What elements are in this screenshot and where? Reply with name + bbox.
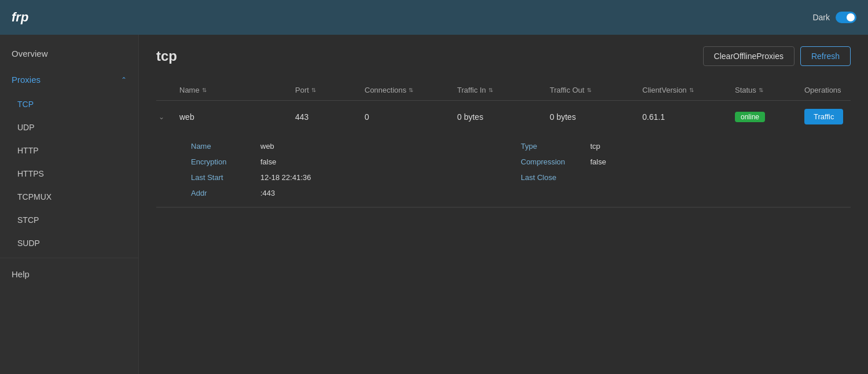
table-row-container: ⌄ web 443 0 0 bytes 0 bytes 0.61.1 onlin…: [156, 101, 851, 208]
page-title: tcp: [156, 48, 177, 64]
sidebar-divider: [0, 258, 138, 258]
sidebar-sub-stcp[interactable]: STCP: [0, 208, 138, 232]
sidebar-sub-https[interactable]: HTTPS: [0, 162, 138, 185]
sort-icon-connections: ⇅: [409, 87, 413, 93]
col-header-port[interactable]: Port ⇅: [295, 86, 365, 94]
detail-addr-label: Addr: [191, 189, 249, 197]
clear-offline-proxies-button[interactable]: ClearOfflineProxies: [703, 46, 795, 66]
sort-icon-port: ⇅: [311, 87, 316, 93]
row-traffic-in: 0 bytes: [457, 112, 550, 122]
content-area: tcp ClearOfflineProxies Refresh Name ⇅ P…: [139, 35, 868, 374]
row-client-version: 0.61.1: [642, 112, 735, 122]
detail-encryption-value: false: [260, 157, 276, 166]
col-expand: [156, 86, 179, 94]
header: frp Dark: [0, 0, 868, 35]
sidebar-item-overview[interactable]: Overview: [0, 41, 138, 67]
col-header-traffic-out[interactable]: Traffic Out ⇅: [550, 86, 642, 94]
detail-last-start-row: Last Start 12-18 22:41:36: [191, 173, 498, 182]
col-header-traffic-in[interactable]: Traffic In ⇅: [457, 86, 550, 94]
detail-last-close-row: Last Close: [521, 173, 827, 182]
sidebar-sub-sudp[interactable]: SUDP: [0, 232, 138, 255]
detail-addr-row: Addr :443: [191, 189, 498, 197]
status-badge: online: [735, 112, 765, 122]
col-header-operations: Operations: [804, 86, 868, 94]
dark-mode-toggle[interactable]: [836, 12, 856, 23]
detail-addr-value: :443: [260, 189, 275, 197]
detail-type-value: tcp: [590, 142, 600, 151]
sort-icon-name: ⇅: [202, 87, 207, 93]
row-traffic-out: 0 bytes: [550, 112, 642, 122]
chevron-up-icon: ⌃: [121, 76, 127, 84]
sidebar-item-help[interactable]: Help: [0, 261, 138, 287]
sidebar-item-proxies[interactable]: Proxies ⌃: [0, 67, 138, 93]
sidebar-sub-tcp[interactable]: TCP: [0, 93, 138, 116]
main-layout: Overview Proxies ⌃ TCP UDP HTTP HTTPS TC…: [0, 35, 868, 374]
refresh-button[interactable]: Refresh: [800, 46, 851, 66]
detail-last-start-label: Last Start: [191, 173, 249, 182]
col-header-status[interactable]: Status ⇅: [735, 86, 804, 94]
action-buttons: ClearOfflineProxies Refresh: [703, 46, 851, 66]
detail-last-close-label: Last Close: [521, 173, 579, 182]
row-operations: Traffic: [804, 109, 868, 124]
detail-panel: Name web Type tcp Encryption false Compr…: [156, 133, 851, 207]
detail-compression-row: Compression false: [521, 157, 827, 166]
sort-icon-status: ⇅: [759, 87, 763, 93]
row-port: 443: [295, 112, 365, 122]
table-row: ⌄ web 443 0 0 bytes 0 bytes 0.61.1 onlin…: [156, 101, 851, 133]
detail-name-label: Name: [191, 142, 249, 151]
detail-encryption-label: Encryption: [191, 157, 249, 166]
detail-compression-label: Compression: [521, 157, 579, 166]
col-header-client-version[interactable]: ClientVersion ⇅: [642, 86, 735, 94]
detail-name-value: web: [260, 142, 274, 151]
detail-type-label: Type: [521, 142, 579, 151]
detail-compression-value: false: [590, 157, 606, 166]
sidebar-proxies-label: Proxies: [12, 75, 41, 85]
detail-type-row: Type tcp: [521, 142, 827, 151]
detail-last-start-value: 12-18 22:41:36: [260, 173, 311, 182]
sidebar-overview-label: Overview: [12, 49, 48, 58]
row-expand-button[interactable]: ⌄: [156, 111, 179, 123]
sort-icon-traffic-out: ⇅: [587, 87, 591, 93]
detail-name-row: Name web: [191, 142, 498, 151]
header-right: Dark: [812, 12, 856, 23]
row-connections: 0: [365, 112, 457, 122]
row-name: web: [179, 112, 295, 122]
app-logo: frp: [12, 10, 28, 25]
sort-icon-client-version: ⇅: [689, 87, 694, 93]
traffic-button[interactable]: Traffic: [804, 109, 843, 124]
sidebar: Overview Proxies ⌃ TCP UDP HTTP HTTPS TC…: [0, 35, 139, 374]
detail-encryption-row: Encryption false: [191, 157, 498, 166]
col-header-name[interactable]: Name ⇅: [179, 86, 295, 94]
sidebar-sub-http[interactable]: HTTP: [0, 139, 138, 162]
proxy-table: Name ⇅ Port ⇅ Connections ⇅ Traffic In ⇅…: [156, 80, 851, 208]
sort-icon-traffic-in: ⇅: [488, 87, 493, 93]
dark-mode-label: Dark: [812, 13, 830, 22]
sidebar-sub-tcpmux[interactable]: TCPMUX: [0, 185, 138, 208]
sidebar-help-label: Help: [12, 269, 30, 279]
sidebar-sub-udp[interactable]: UDP: [0, 116, 138, 139]
row-status: online: [735, 112, 804, 122]
col-header-connections[interactable]: Connections ⇅: [365, 86, 457, 94]
table-header: Name ⇅ Port ⇅ Connections ⇅ Traffic In ⇅…: [156, 80, 851, 101]
page-title-row: tcp ClearOfflineProxies Refresh: [156, 46, 851, 66]
